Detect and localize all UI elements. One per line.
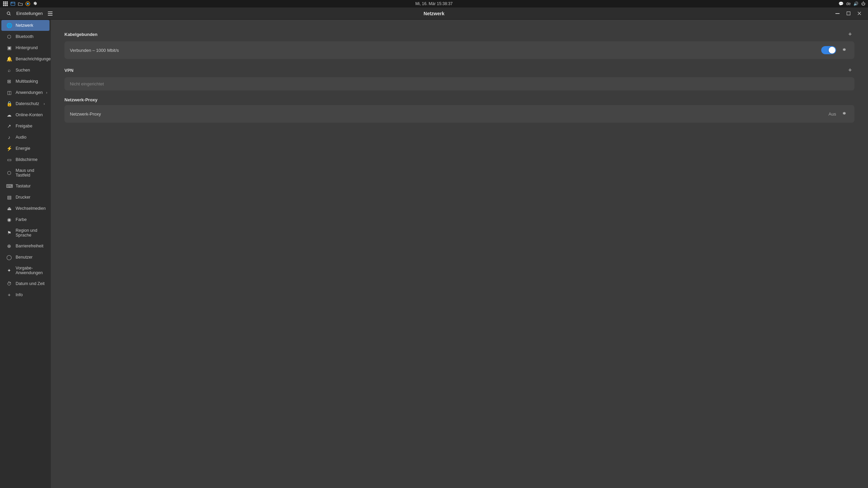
section-header-kabelgebunden: Kabelgebunden+ [64,30,434,39]
sidebar-icon-hintergrund: ▣ [6,45,12,50]
sidebar-label-anwendungen: Anwendungen [16,90,43,95]
window-title: Netzwerk [423,11,434,16]
files-icon[interactable] [10,1,16,6]
sidebar-item-bluetooth[interactable]: ⬡Bluetooth [1,31,50,42]
svg-point-11 [27,3,29,5]
sidebar-item-farbe[interactable]: ◉Farbe [1,214,50,225]
sidebar-item-wechselmedien[interactable]: ⏏Wechselmedien [1,203,50,214]
sidebar-item-online-konten[interactable]: ☁Online-Konten [1,109,50,120]
settings-icon[interactable] [33,1,38,6]
taskbar-app-icons [3,1,38,6]
sidebar-item-anwendungen[interactable]: ◫Anwendungen› [1,87,50,98]
sidebar-label-tastatur: Tastatur [16,184,31,188]
sidebar-icon-anwendungen: ◫ [6,90,12,95]
window-titlebar: Einstellungen Netzwerk [0,7,434,20]
sidebar-label-benachrichtigungen: Benachrichtigungen [16,57,51,61]
sidebar-item-energie[interactable]: ⚡Energie [1,143,50,154]
netzwerk-proxy-row-label-0: Netzwerk-Proxy [70,111,434,117]
sidebar-icon-drucker: ▤ [6,195,12,200]
sidebar-label-region-sprache: Region und Sprache [16,228,45,238]
firefox-icon[interactable] [25,1,31,6]
sidebar-item-multitasking[interactable]: ⊞Multitasking [1,76,50,87]
taskbar: Mi, 16. Mär 15:38:37 💬 de 🔊 ⏻ [0,0,434,7]
titlebar-left: Einstellungen [4,9,55,18]
sidebar-item-barrierefreiheit[interactable]: ⊕Barrierefreiheit [1,241,50,244]
card-netzwerk-proxy: Netzwerk-ProxyAus [64,105,434,123]
folder-icon[interactable] [18,1,23,6]
sidebar-label-drucker: Drucker [16,195,31,200]
section-kabelgebunden: Kabelgebunden+Verbunden – 1000 Mbit/s [64,30,434,59]
sidebar-icon-wechselmedien: ⏏ [6,206,12,211]
sidebar-icon-region-sprache: ⚑ [6,230,12,236]
sidebar-label-bluetooth: Bluetooth [16,34,34,39]
sidebar-label-energie: Energie [16,146,30,151]
section-header-vpn: VPN+ [64,66,434,75]
svg-rect-14 [48,13,53,14]
sidebar-label-freigabe: Freigabe [16,124,32,128]
sidebar-icon-multitasking: ⊞ [6,79,12,84]
sidebar-label-maus-tastfeld: Maus und Tastfeld [16,168,45,178]
sidebar-item-netzwerk[interactable]: 🌐Netzwerk [1,20,50,31]
sidebar-label-wechselmedien: Wechselmedien [16,206,46,211]
sidebar-icon-barrierefreiheit: ⊕ [6,243,12,244]
svg-rect-0 [3,1,4,3]
sidebar-item-datenschutz[interactable]: 🔒Datenschutz› [1,98,50,109]
sidebar-icon-online-konten: ☁ [6,112,12,118]
sidebar-item-tastatur[interactable]: ⌨Tastatur [1,181,50,191]
search-button[interactable] [4,9,14,18]
svg-rect-2 [6,1,8,3]
content-area: 🌐Netzwerk⬡Bluetooth▣Hintergrund🔔Benachri… [0,20,434,244]
svg-rect-9 [11,2,15,5]
svg-rect-15 [48,15,53,16]
svg-point-12 [7,12,10,15]
svg-rect-3 [3,3,4,4]
section-netzwerk-proxy: Netzwerk-ProxyNetzwerk-ProxyAus [64,97,434,123]
svg-rect-7 [5,5,6,6]
sidebar-label-online-konten: Online-Konten [16,113,43,117]
apps-icon[interactable] [3,1,8,6]
sidebar-item-drucker[interactable]: ▤Drucker [1,192,50,203]
svg-rect-6 [3,5,4,6]
sidebar-item-bildschirme[interactable]: ▭Bildschirme [1,154,50,165]
sidebar-icon-datenschutz: 🔒 [6,101,12,106]
sidebar-label-netzwerk: Netzwerk [16,23,33,28]
taskbar-datetime: Mi, 16. Mär 15:38:37 [415,1,434,6]
sidebar-chevron-anwendungen: › [46,91,47,95]
sidebar-icon-freigabe: ↗ [6,123,12,129]
sidebar-item-hintergrund[interactable]: ▣Hintergrund [1,42,50,53]
sidebar-item-benachrichtigungen[interactable]: 🔔Benachrichtigungen [1,54,50,64]
sidebar-item-freigabe[interactable]: ↗Freigabe [1,121,50,131]
sidebar-label-farbe: Farbe [16,217,27,222]
section-title-vpn: VPN [64,68,74,73]
sidebar-item-region-sprache[interactable]: ⚑Region und Sprache [1,225,50,240]
section-vpn: VPN+Nicht eingerichtet [64,66,434,90]
sidebar-icon-suchen: ⌕ [6,67,12,73]
sidebar-label-multitasking: Multitasking [16,79,38,84]
sidebar-label-hintergrund: Hintergrund [16,45,38,50]
main-panel: Kabelgebunden+Verbunden – 1000 Mbit/s VP… [51,20,434,244]
sidebar-icon-farbe: ◉ [6,217,12,222]
sidebar-item-maus-tastfeld[interactable]: ⬡Maus und Tastfeld [1,165,50,180]
svg-rect-13 [48,12,53,12]
svg-rect-5 [6,3,8,4]
kabelgebunden-row-label-0: Verbunden – 1000 Mbit/s [70,48,434,53]
netzwerk-proxy-row-0: Netzwerk-ProxyAus [64,105,434,123]
sidebar-chevron-datenschutz: › [44,102,45,106]
section-title-netzwerk-proxy: Netzwerk-Proxy [64,97,98,102]
card-vpn: Nicht eingerichtet [64,77,434,90]
sidebar-icon-maus-tastfeld: ⬡ [6,170,12,176]
hamburger-button[interactable] [45,9,55,18]
sidebar-label-datenschutz: Datenschutz [16,101,39,106]
section-title-kabelgebunden: Kabelgebunden [64,32,98,37]
sidebar-icon-netzwerk: 🌐 [6,23,12,28]
sidebar-icon-audio: ♪ [6,135,12,140]
kabelgebunden-row-0: Verbunden – 1000 Mbit/s [64,41,434,59]
sidebar-icon-benachrichtigungen: 🔔 [6,56,12,62]
sidebar: 🌐Netzwerk⬡Bluetooth▣Hintergrund🔔Benachri… [0,20,51,244]
sidebar-label-audio: Audio [16,135,26,140]
svg-rect-8 [6,5,8,6]
sidebar-icon-bluetooth: ⬡ [6,34,12,39]
sidebar-item-suchen[interactable]: ⌕Suchen [1,65,50,76]
sidebar-item-audio[interactable]: ♪Audio [1,132,50,143]
section-header-netzwerk-proxy: Netzwerk-Proxy [64,97,434,102]
